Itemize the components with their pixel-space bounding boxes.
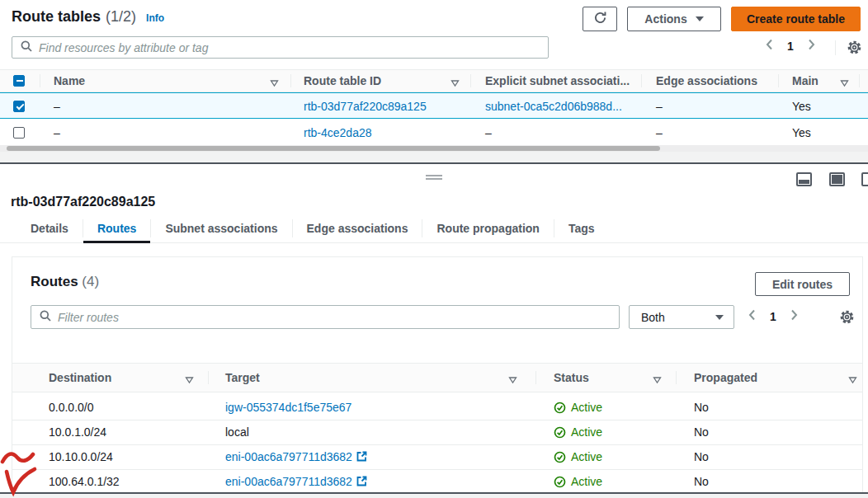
select-all-checkbox[interactable] <box>13 75 25 87</box>
info-link[interactable]: Info <box>146 12 164 24</box>
settings-gear-icon[interactable] <box>839 309 855 327</box>
panel-layout-side-icon[interactable] <box>861 172 868 186</box>
column-header-propagated[interactable]: Propagated <box>694 364 757 392</box>
table-row[interactable]: – rtb-03d77af220c89a125 subnet-0ca5c2d06… <box>0 92 868 119</box>
column-header-edge-associations[interactable]: Edge associations <box>656 70 757 92</box>
target-link-label: eni-00ac6a797711d3682 <box>225 475 352 488</box>
routes-table-header: Destination Target Status Propagated <box>12 363 862 392</box>
horizontal-scrollbar <box>0 145 868 152</box>
routes-heading: Routes (4) <box>31 274 99 290</box>
page-number[interactable]: 1 <box>770 310 776 323</box>
route-row[interactable]: 10.10.0.0/24 eni-00ac6a797711d3682 Activ… <box>12 445 862 470</box>
sort-icon[interactable] <box>185 374 194 387</box>
status-label: Active <box>571 445 602 469</box>
status-label: Active <box>571 420 602 444</box>
split-panel: rtb-03d77af220c89a125 Details Routes Sub… <box>0 164 868 498</box>
tab-bar: Details Routes Subnet associations Edge … <box>0 214 868 243</box>
chevron-left-icon[interactable] <box>766 39 773 53</box>
status-label: Active <box>571 470 602 494</box>
search-icon <box>40 310 51 324</box>
page-header: Route tables (1/2) Info <box>12 8 164 26</box>
divider <box>676 371 677 384</box>
create-route-table-button[interactable]: Create route table <box>731 7 861 31</box>
row-checkbox-unchecked[interactable] <box>13 127 25 139</box>
column-header-status[interactable]: Status <box>554 364 589 392</box>
route-filter-dropdown[interactable]: Both <box>629 305 734 329</box>
sort-icon[interactable] <box>653 374 662 387</box>
cell-destination: 10.0.1.0/24 <box>49 420 106 444</box>
cell-subnet: – <box>485 120 492 146</box>
edit-routes-button[interactable]: Edit routes <box>755 272 850 296</box>
refresh-button[interactable] <box>583 7 617 31</box>
target-link[interactable]: igw-055374dc1f5e75e67 <box>225 396 351 420</box>
vpc-route-tables-page: Route tables (1/2) Info Actions Create r… <box>0 0 868 498</box>
page-title: Route tables <box>12 8 101 26</box>
route-row[interactable]: 0.0.0.0/0 igw-055374dc1f5e75e67 Active N… <box>12 396 862 420</box>
target-link[interactable]: eni-00ac6a797711d3682 <box>225 445 367 470</box>
column-header-name[interactable]: Name <box>54 70 85 92</box>
routes-count: (4) <box>82 274 99 289</box>
chevron-right-icon[interactable] <box>808 39 815 53</box>
panel-layout-bottom-icon[interactable] <box>796 172 812 186</box>
search-input[interactable]: Find resources by attribute or tag <box>12 36 549 59</box>
status-active-icon <box>554 402 566 414</box>
cell-main: Yes <box>792 120 811 146</box>
actions-button[interactable]: Actions <box>627 7 721 31</box>
cell-propagated: No <box>694 396 709 420</box>
tab-route-propagation[interactable]: Route propagation <box>422 214 553 242</box>
column-header-destination[interactable]: Destination <box>49 364 111 392</box>
filter-placeholder: Filter routes <box>58 311 119 324</box>
scrollbar-thumb[interactable] <box>7 146 660 151</box>
panel-layout-full-icon[interactable] <box>829 172 845 186</box>
divider <box>208 371 209 384</box>
sort-icon[interactable] <box>508 374 517 387</box>
divider <box>641 74 642 87</box>
caret-down-icon <box>715 315 724 320</box>
route-row[interactable]: 10.0.1.0/24 local Active No <box>12 420 862 445</box>
tab-edge-associations[interactable]: Edge associations <box>293 214 422 242</box>
route-table-id-link[interactable]: rtb-03d77af220c89a125 <box>304 93 427 120</box>
divider <box>778 74 779 87</box>
cell-propagated: No <box>694 445 709 469</box>
panel-title: rtb-03d77af220c89a125 <box>11 195 155 209</box>
settings-gear-icon[interactable] <box>847 40 862 58</box>
tab-details[interactable]: Details <box>17 214 83 242</box>
sort-icon[interactable] <box>848 374 857 387</box>
cell-edge: – <box>656 120 663 146</box>
dropdown-value: Both <box>641 311 715 324</box>
cell-target: local <box>225 420 249 444</box>
route-row[interactable]: 100.64.0.1/32 eni-00ac6a797711d3682 Acti… <box>12 470 862 495</box>
actions-button-label: Actions <box>644 12 686 26</box>
top-pagination: 1 <box>766 39 815 53</box>
column-header-main[interactable]: Main <box>792 70 818 92</box>
subnet-association-link[interactable]: subnet-0ca5c2d06b988d... <box>485 93 622 120</box>
status-active-icon <box>554 451 566 463</box>
route-table-id-link[interactable]: rtb-4ce2da28 <box>304 120 372 146</box>
status-badge: Active <box>554 470 602 494</box>
table-row[interactable]: – rtb-4ce2da28 – – Yes <box>0 120 868 146</box>
caret-down-icon <box>696 16 704 21</box>
cell-main: Yes <box>792 93 811 120</box>
cell-destination: 100.64.0.1/32 <box>49 470 120 494</box>
page-number[interactable]: 1 <box>787 40 794 53</box>
target-link[interactable]: eni-00ac6a797711d3682 <box>225 470 367 495</box>
edit-routes-label: Edit routes <box>772 278 833 291</box>
tab-tags[interactable]: Tags <box>554 214 609 242</box>
drag-handle-icon[interactable] <box>426 175 442 181</box>
sort-icon[interactable] <box>270 77 279 90</box>
column-header-route-table-id[interactable]: Route table ID <box>304 70 381 92</box>
chevron-left-icon[interactable] <box>748 309 756 323</box>
tab-subnet-associations[interactable]: Subnet associations <box>151 214 291 242</box>
sort-icon[interactable] <box>840 77 849 90</box>
column-header-target[interactable]: Target <box>225 364 260 392</box>
row-checkbox-checked[interactable] <box>13 101 25 112</box>
column-header-explicit-subnet[interactable]: Explicit subnet associati... <box>485 70 630 92</box>
sort-icon[interactable] <box>451 77 460 90</box>
cell-name: – <box>54 120 60 146</box>
tab-routes[interactable]: Routes <box>83 214 150 242</box>
routes-heading-label: Routes <box>31 274 78 289</box>
route-tables-table-header: Name Route table ID Explicit subnet asso… <box>0 69 868 92</box>
target-link-label: eni-00ac6a797711d3682 <box>225 450 352 463</box>
filter-routes-input[interactable]: Filter routes <box>31 305 620 329</box>
chevron-right-icon[interactable] <box>790 309 798 323</box>
